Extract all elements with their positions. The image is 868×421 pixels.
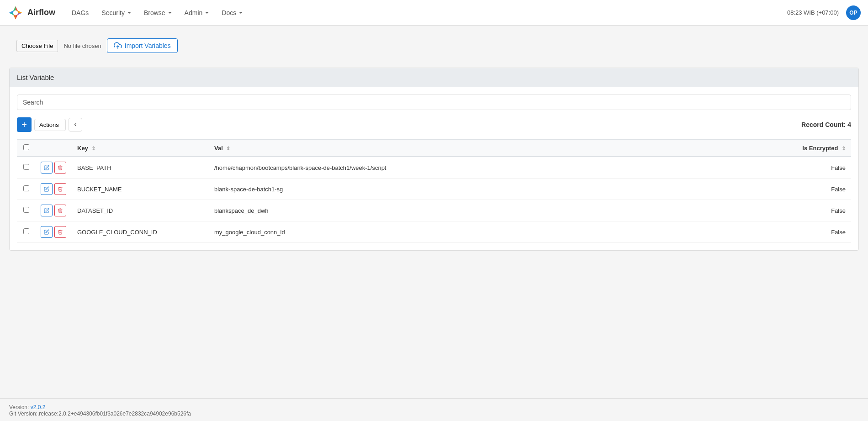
- th-encrypted[interactable]: Is Encrypted ⇕: [783, 140, 851, 157]
- list-panel-body: Search + Actions Record: [10, 87, 858, 250]
- brand-logo[interactable]: Airflow: [7, 5, 55, 21]
- th-key[interactable]: Key ⇕: [72, 140, 209, 157]
- svg-marker-4: [17, 13, 22, 15]
- record-count: Record Count: 4: [801, 121, 851, 128]
- row-actions-cell: [35, 179, 72, 200]
- row-checkbox-3[interactable]: [23, 228, 29, 234]
- edit-icon: [44, 165, 49, 170]
- row-encrypted: False: [783, 221, 851, 243]
- add-button[interactable]: +: [17, 117, 32, 132]
- row-checkbox-2[interactable]: [23, 207, 29, 213]
- edit-button-1[interactable]: [41, 183, 53, 195]
- security-caret-icon: [127, 12, 131, 14]
- svg-marker-5: [9, 13, 14, 15]
- svg-marker-7: [16, 14, 18, 19]
- row-checkbox-0[interactable]: [23, 164, 29, 170]
- delete-button-3[interactable]: [54, 226, 66, 238]
- key-sort-icon: ⇕: [91, 146, 95, 152]
- table-head: Key ⇕ Val ⇕ Is Encrypted ⇕: [17, 140, 851, 157]
- row-encrypted: False: [783, 179, 851, 200]
- select-all-checkbox[interactable]: [23, 144, 29, 150]
- nav-dags[interactable]: DAGs: [66, 5, 94, 20]
- navbar-right: 08:23 WIB (+07:00) OP: [787, 5, 861, 20]
- edit-button-0[interactable]: [41, 162, 53, 174]
- row-checkbox-1[interactable]: [23, 185, 29, 191]
- browse-caret-icon: [168, 12, 172, 14]
- git-version-line: Git Version:.release:2.0.2+e494306fb01f3…: [9, 410, 859, 417]
- nav-admin[interactable]: Admin: [179, 5, 215, 20]
- svg-marker-3: [9, 10, 14, 12]
- delete-button-0[interactable]: [54, 162, 66, 174]
- edit-icon: [44, 208, 49, 213]
- row-checkbox-cell: [17, 221, 35, 243]
- time-display[interactable]: 08:23 WIB (+07:00): [787, 9, 841, 16]
- th-actions: [35, 140, 72, 157]
- user-avatar[interactable]: OP: [846, 5, 861, 20]
- trash-icon: [58, 186, 63, 192]
- row-checkbox-cell: [17, 157, 35, 179]
- row-val: my_google_cloud_conn_id: [209, 221, 783, 243]
- actions-button[interactable]: Actions: [34, 119, 66, 131]
- search-label: Search: [23, 99, 43, 106]
- row-checkbox-cell: [17, 179, 35, 200]
- edit-button-2[interactable]: [41, 205, 53, 216]
- list-panel: List Variable Search + Actions: [9, 68, 859, 251]
- search-bar[interactable]: Search: [17, 95, 851, 110]
- row-actions: [41, 226, 66, 238]
- back-button[interactable]: [69, 118, 82, 132]
- no-file-label: No file chosen: [64, 42, 101, 49]
- val-sort-icon: ⇕: [226, 146, 230, 152]
- cloud-upload-icon: [114, 42, 122, 50]
- row-actions: [41, 162, 66, 174]
- table-header-row: Key ⇕ Val ⇕ Is Encrypted ⇕: [17, 140, 851, 157]
- row-val: /home/chapmon/bootcamps/blank-space-de-b…: [209, 157, 783, 179]
- row-encrypted: False: [783, 200, 851, 221]
- toolbar-left: + Actions: [17, 117, 82, 132]
- nav-security[interactable]: Security: [96, 5, 137, 20]
- docs-caret-icon: [239, 12, 243, 14]
- encrypted-sort-icon: ⇕: [842, 146, 846, 152]
- toolbar: + Actions Record Count: 4: [17, 117, 851, 132]
- row-actions-cell: [35, 200, 72, 221]
- edit-icon: [44, 186, 49, 192]
- th-val[interactable]: Val ⇕: [209, 140, 783, 157]
- row-actions-cell: [35, 157, 72, 179]
- row-encrypted: False: [783, 157, 851, 179]
- svg-marker-0: [16, 6, 18, 11]
- version-link[interactable]: v2.0.2: [31, 404, 46, 410]
- row-checkbox-cell: [17, 200, 35, 221]
- table-row: BASE_PATH /home/chapmon/bootcamps/blank-…: [17, 157, 851, 179]
- row-actions: [41, 205, 66, 216]
- admin-caret-icon: [205, 12, 209, 14]
- row-actions: [41, 183, 66, 195]
- row-key: BASE_PATH: [72, 157, 209, 179]
- choose-file-button[interactable]: Choose File: [16, 40, 58, 52]
- nav-menu: DAGs Security Browse Admin Docs: [66, 5, 787, 20]
- row-key: GOOGLE_CLOUD_CONN_ID: [72, 221, 209, 243]
- list-panel-title: List Variable: [10, 68, 858, 87]
- table-row: BUCKET_NAME blank-space-de-batch1-sg Fal…: [17, 179, 851, 200]
- delete-button-1[interactable]: [54, 183, 66, 195]
- variables-table: Key ⇕ Val ⇕ Is Encrypted ⇕: [17, 139, 851, 243]
- trash-icon: [58, 229, 63, 235]
- version-line: Version: v2.0.2: [9, 404, 859, 410]
- row-actions-cell: [35, 221, 72, 243]
- brand-name: Airflow: [27, 8, 55, 17]
- import-variables-button[interactable]: Import Variables: [107, 38, 178, 53]
- table-row: DATASET_ID blankspace_de_dwh False: [17, 200, 851, 221]
- nav-docs[interactable]: Docs: [216, 5, 248, 20]
- row-key: DATASET_ID: [72, 200, 209, 221]
- row-val: blank-space-de-batch1-sg: [209, 179, 783, 200]
- svg-marker-6: [13, 14, 16, 19]
- delete-button-2[interactable]: [54, 205, 66, 216]
- file-import-bar: Choose File No file chosen Import Variab…: [9, 33, 859, 58]
- navbar: Airflow DAGs Security Browse Admin Docs …: [0, 0, 868, 26]
- airflow-logo-icon: [7, 5, 24, 21]
- trash-icon: [58, 208, 63, 213]
- svg-marker-1: [13, 6, 16, 11]
- arrow-left-icon: [73, 122, 78, 127]
- edit-button-3[interactable]: [41, 226, 53, 238]
- nav-browse[interactable]: Browse: [138, 5, 177, 20]
- table-body: BASE_PATH /home/chapmon/bootcamps/blank-…: [17, 157, 851, 243]
- table-row: GOOGLE_CLOUD_CONN_ID my_google_cloud_con…: [17, 221, 851, 243]
